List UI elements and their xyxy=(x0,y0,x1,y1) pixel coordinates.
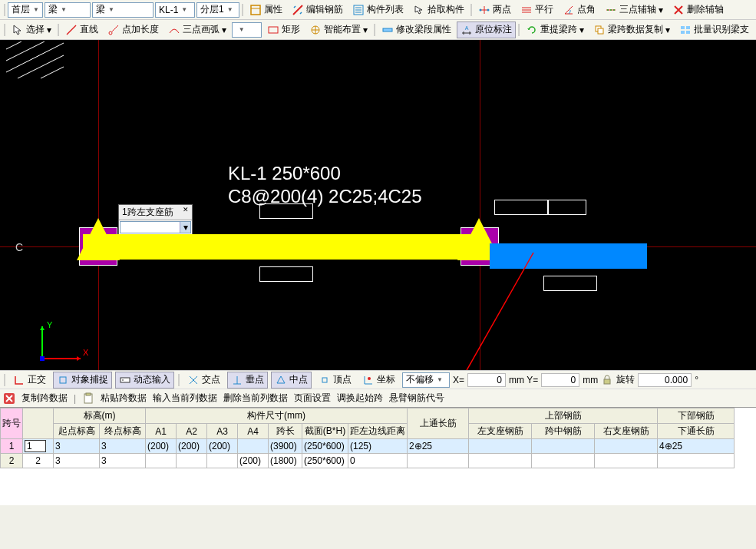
member-combo[interactable]: KL-1▼ xyxy=(155,2,195,18)
regen-span-button[interactable]: 重提梁跨▾ xyxy=(522,21,588,38)
table-cell[interactable] xyxy=(469,439,532,454)
table-cell[interactable]: (250*600) xyxy=(302,439,348,454)
beam-span-2[interactable] xyxy=(490,243,647,269)
three-point-aux-button[interactable]: 三点辅轴▾ xyxy=(601,2,667,18)
table-cell[interactable]: (200) xyxy=(207,439,238,454)
pick-member-button[interactable]: 拾取构件 xyxy=(409,2,468,18)
paste-span-action[interactable]: 粘贴跨数据 xyxy=(101,392,147,405)
beam-span-1[interactable] xyxy=(83,234,472,260)
table-cell[interactable]: 2 xyxy=(23,454,54,468)
two-point-button[interactable]: 两点 xyxy=(474,2,515,18)
table-cell[interactable] xyxy=(146,454,177,468)
table-cell[interactable]: 2 xyxy=(1,454,23,468)
col-end-elev[interactable]: 终点标高 xyxy=(100,424,146,439)
col-a3[interactable]: A3 xyxy=(207,424,238,439)
col-a1[interactable]: A1 xyxy=(146,424,177,439)
close-panel-icon[interactable] xyxy=(3,392,15,405)
cantilever-action[interactable]: 悬臂钢筋代号 xyxy=(389,392,444,405)
col-member-size[interactable]: 构件尺寸(mm) xyxy=(146,408,408,424)
table-cell[interactable]: (250*600) xyxy=(302,454,348,468)
table-cell[interactable] xyxy=(595,454,658,468)
col-start-elev[interactable]: 起点标高 xyxy=(54,424,100,439)
col-bot-through[interactable]: 下通长筋 xyxy=(658,424,735,439)
del-col-action[interactable]: 删除当前列数据 xyxy=(223,392,288,405)
col-left-support[interactable]: 左支座钢筋 xyxy=(469,424,532,439)
table-cell[interactable] xyxy=(532,439,595,454)
col-mid-rebar[interactable]: 跨中钢筋 xyxy=(532,424,595,439)
table-cell[interactable] xyxy=(408,454,469,468)
table-cell[interactable] xyxy=(469,454,532,468)
col-section[interactable]: 截面(B*H) xyxy=(302,424,348,439)
floor-combo[interactable]: 首层▼ xyxy=(8,2,43,18)
table-cell[interactable]: (1800) xyxy=(269,454,302,468)
table-cell[interactable]: 3 xyxy=(100,439,146,454)
adj-start-action[interactable]: 调换起始跨 xyxy=(337,392,383,405)
table-cell[interactable]: 2⊕25 xyxy=(408,439,469,454)
properties-button[interactable]: 属性 xyxy=(246,2,286,18)
table-cell[interactable] xyxy=(207,454,238,468)
smart-layout-button[interactable]: 智能布置▾ xyxy=(305,21,371,38)
edit-rebar-button[interactable]: 编辑钢筋 xyxy=(288,2,347,18)
member-list-button[interactable]: 构件列表 xyxy=(348,2,408,18)
span-data-table[interactable]: 跨号 标高(m) 构件尺寸(mm) 上通长筋 上部钢筋 下部钢筋 起点标高 终点… xyxy=(0,408,735,468)
close-icon[interactable]: ✕ xyxy=(183,206,189,219)
angle-value[interactable]: 0.000 xyxy=(638,373,692,387)
span-copy-button[interactable]: 梁跨数据复制▾ xyxy=(589,21,674,38)
lock-icon[interactable] xyxy=(601,374,613,386)
col-span-len[interactable]: 跨长 xyxy=(269,424,302,439)
table-cell[interactable]: 3 xyxy=(54,454,100,468)
vertex-snap-toggle[interactable]: 顶点 xyxy=(315,372,355,389)
drawing-canvas[interactable]: KL-1 250*600 C8@200(4) 2C25;4C25 1跨左支座筋✕… xyxy=(0,40,756,370)
table-cell[interactable]: (3900) xyxy=(269,439,302,454)
table-cell[interactable]: 3 xyxy=(100,454,146,468)
col-bot-rebar[interactable]: 下部钢筋 xyxy=(658,408,735,424)
perp-snap-toggle[interactable]: 垂点 xyxy=(227,372,268,389)
page-setup-action[interactable]: 页面设置 xyxy=(294,392,331,405)
select-button[interactable]: 选择▾ xyxy=(8,21,55,38)
col-dist-left[interactable]: 距左边线距离 xyxy=(348,424,408,439)
table-cell[interactable] xyxy=(658,454,735,468)
table-cell[interactable]: 3 xyxy=(54,439,100,454)
table-cell[interactable]: (200) xyxy=(146,439,177,454)
col-span-no[interactable]: 跨号 xyxy=(1,408,23,439)
table-cell[interactable] xyxy=(532,454,595,468)
col-elev[interactable]: 标高(m) xyxy=(54,408,146,424)
table-cell[interactable]: 1 xyxy=(1,439,23,454)
batch-recog-button[interactable]: 批量识别梁支 xyxy=(675,21,753,38)
col-top-rebar[interactable]: 上部钢筋 xyxy=(469,408,658,424)
col-a4[interactable]: A4 xyxy=(238,424,269,439)
table-cell[interactable] xyxy=(595,439,658,454)
span-support-dropdown[interactable]: 1跨左支座筋✕ ▾ xyxy=(118,204,193,235)
table-cell[interactable]: (125) xyxy=(348,439,408,454)
category-combo[interactable]: 梁▼ xyxy=(45,2,91,18)
ortho-toggle[interactable]: 正交 xyxy=(9,372,50,389)
table-row[interactable]: 2233(200)(1800)(250*600)0 xyxy=(1,454,735,468)
dropdown-arrow-icon[interactable]: ▾ xyxy=(180,222,190,233)
table-cell[interactable]: 4⊕25 xyxy=(658,439,735,454)
x-value[interactable]: 0 xyxy=(467,373,506,387)
col-a2[interactable]: A2 xyxy=(177,424,207,439)
layer-combo[interactable]: 分层1▼ xyxy=(196,2,239,18)
line-button[interactable]: 直线 xyxy=(61,21,102,38)
table-cell[interactable]: (200) xyxy=(177,439,207,454)
col-right-support[interactable]: 右支座钢筋 xyxy=(595,424,658,439)
col-span-no2[interactable] xyxy=(23,408,54,439)
point-angle-button[interactable]: 点角 xyxy=(559,2,599,18)
y-value[interactable]: 0 xyxy=(541,373,579,387)
rect-button[interactable]: 矩形 xyxy=(263,21,304,38)
osnap-toggle[interactable]: 对象捕捉 xyxy=(53,372,112,389)
orig-mark-button[interactable]: A原位标注 xyxy=(457,21,516,38)
table-cell[interactable]: (200) xyxy=(238,454,269,468)
modify-span-button[interactable]: 修改梁段属性 xyxy=(378,21,455,38)
three-point-arc-button[interactable]: 三点画弧▾ xyxy=(164,21,230,38)
table-cell[interactable] xyxy=(238,439,269,454)
delete-aux-button[interactable]: 删除辅轴 xyxy=(669,2,728,18)
table-cell[interactable] xyxy=(177,454,207,468)
cross-snap-toggle[interactable]: 交点 xyxy=(183,372,224,389)
parallel-button[interactable]: 平行 xyxy=(517,2,557,18)
dyn-input-toggle[interactable]: 动态输入 xyxy=(115,372,174,389)
type-combo[interactable]: 梁▼ xyxy=(92,2,154,18)
coord-snap-toggle[interactable]: 坐标 xyxy=(358,372,399,389)
table-cell[interactable]: 1 xyxy=(23,439,54,454)
point-length-button[interactable]: 点加长度 xyxy=(104,21,163,38)
